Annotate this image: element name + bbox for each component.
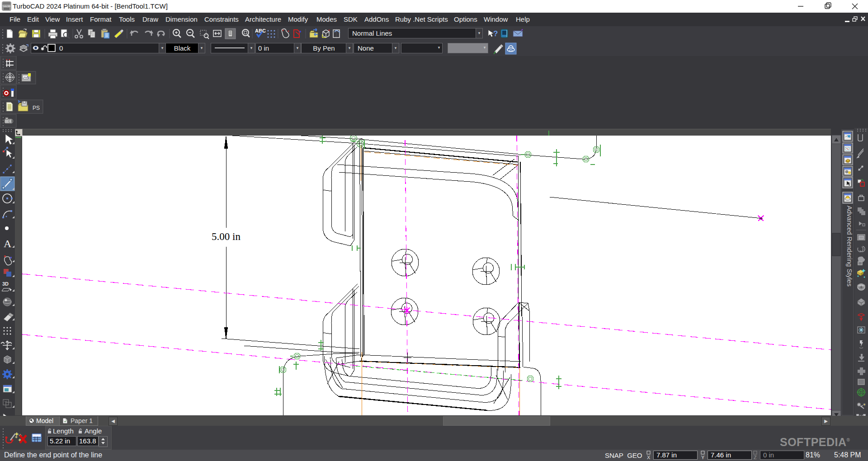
svg-text:Z: Z [754, 455, 757, 460]
svg-text:PS: PS [33, 105, 40, 111]
svg-text:?: ? [493, 29, 498, 38]
svg-text:A: A [4, 238, 12, 249]
svg-text:5.00 in: 5.00 in [212, 231, 241, 242]
svg-text:Advanced Rendering Styles: Advanced Rendering Styles [846, 206, 853, 287]
svg-text:X: X [647, 455, 651, 460]
svg-text:3D: 3D [2, 281, 9, 287]
svg-text:TurboCAD: TurboCAD [2, 5, 11, 7]
svg-text:ABC: ABC [255, 28, 266, 33]
svg-text:Y: Y [701, 455, 705, 460]
